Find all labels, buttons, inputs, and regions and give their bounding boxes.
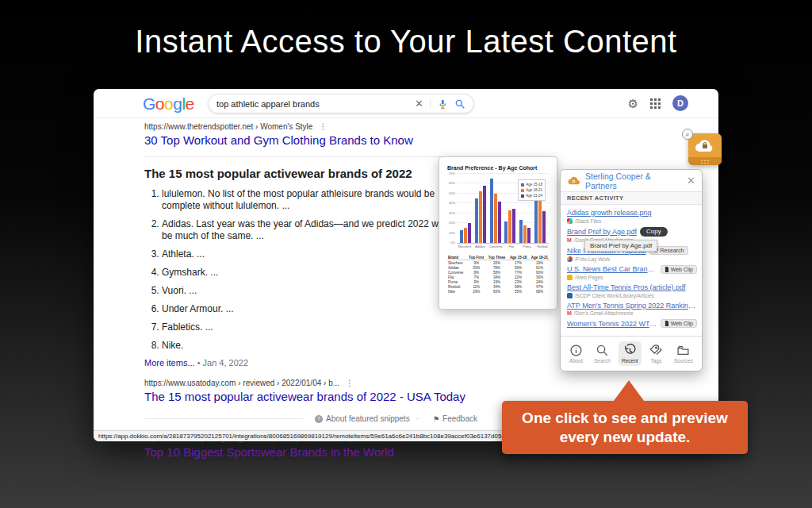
workspace-title: Sterling Cooper & Partners [585,171,683,190]
file-link[interactable]: Adidas growth release.png [567,209,652,217]
mini-chart-xlabels: SkechersAdidasConverseFilaPumaReebok [457,244,550,248]
feedback-link[interactable]: Feedback [442,414,477,423]
bar-group [490,174,501,243]
search-results: https://www.thetrendspotter.net › Women'… [144,122,485,459]
dokkio-cloud-icon [567,175,581,186]
x-tick-label: Adidas [473,244,487,248]
search-divider [430,98,431,110]
result-title-link[interactable]: Top 10 Biggest Sportswear Brands in the … [144,445,485,459]
result-menu-icon[interactable]: ⋮ [346,379,354,387]
y-tick-label: 0% [447,241,455,244]
recent-activity-list: Adidas growth release.png /Slack Files B… [561,205,702,328]
mini-table: BrandTop FirstTop ThreeAge 15-18Age 18-2… [447,255,550,294]
legend-item: Age 21-24 [521,193,542,198]
result-url: https://www.thetrendspotter.net › Women'… [144,122,485,131]
search-icon[interactable] [454,98,465,110]
bar [498,202,501,243]
list-item: Adidas. Last year was the year of Adidas… [162,218,447,242]
preview-zoom-icon[interactable]: ⌕ [682,129,693,140]
search-input[interactable]: top athletic apparel brands [216,99,408,109]
voice-search-icon[interactable] [437,98,448,110]
page-title: Instant Access to Your Latest Content [0,24,812,60]
account-avatar[interactable]: D [672,95,688,111]
bar [468,223,471,243]
search-result: https://www.thetrendspotter.net › Women'… [144,122,485,147]
result-title-link[interactable]: 30 Top Workout and Gym Clothing Brands t… [144,133,485,147]
google-header: Google top athletic apparel brands ✕ ⚙ D [94,89,718,117]
web-clip-badge[interactable]: Web Clip [661,265,697,274]
y-tick-label: 10% [447,231,455,235]
y-tick-label: 20% [447,221,455,225]
bar [483,186,486,243]
x-tick-label: Fila [504,244,519,248]
list-item: Best All-Time Tennis Pros (article).pdf … [567,283,697,298]
y-tick-label: 50% [447,191,455,195]
list-item: Fabletics. ... [162,321,447,333]
list-item: Athleta. ... [162,248,447,260]
bar [542,211,546,243]
bar [479,191,482,243]
legend-item: Age 18-21 [521,187,542,193]
bar [508,210,511,243]
filename-tooltip: Brand Pref by Age.pdf [584,240,657,252]
list-item: Gymshark. ... [162,267,447,279]
logo-letter: o [164,94,173,113]
list-item: Vuori. ... [162,285,447,297]
dokkio-popup: Sterling Cooper & Partners ✕ RECENT ACTI… [560,169,703,371]
file-link[interactable]: Best All-Time Tennis Pros (article).pdf [567,283,686,291]
x-tick-label: Puma [519,244,534,248]
bar [494,194,497,243]
history-clock-icon [623,344,637,357]
x-tick-label: Skechers [458,244,472,248]
file-link[interactable]: Women's Tennis 2022 WTA Ra... [567,320,657,328]
google-apps-icon[interactable] [650,98,661,109]
bar [490,179,493,243]
bar-group [475,174,486,243]
bar-group [504,174,515,243]
tab-tags[interactable]: Tags [646,341,666,366]
help-circle-icon[interactable]: ? [315,415,323,423]
workspace-icon [567,256,573,262]
copy-button[interactable]: Copy [640,227,668,237]
extension-drag-handle[interactable] [688,157,722,165]
feedback-flag-icon[interactable]: ⚑ [433,415,439,423]
cloud-icon [694,137,716,155]
web-clip-badge[interactable]: Web Clip [661,319,697,328]
page-icon [665,267,669,272]
about-featured-snippets-link[interactable]: About featured snippets [326,414,410,423]
search-bar[interactable]: top athletic apparel brands ✕ [208,94,474,114]
logo-letter: e [186,94,194,113]
file-link[interactable]: Brand Pref by Age.pdf [567,228,637,236]
clear-search-icon[interactable]: ✕ [415,98,423,109]
google-logo[interactable]: Google [143,94,194,114]
result-title-link[interactable]: The 15 most popular activewear brands of… [144,390,485,403]
list-item: ATP Men's Tennis Spring 2022 Rankings.xl… [567,302,697,317]
file-preview-card: Brand Preference - By Age Cohort 0%10%20… [439,156,557,310]
list-item: Under Armour. ... [162,303,447,315]
list-item: Women's Tennis 2022 WTA Ra... Web Clip [567,319,697,328]
file-link[interactable]: U.S. News Best Car Brands for ... [567,265,657,273]
result-menu-icon[interactable]: ⋮ [319,122,327,131]
result-url: https://www.usatoday.com › reviewed › 20… [144,379,485,387]
chart-title: Brand Preference - By Age Cohort [447,165,550,171]
tab-sources[interactable]: Sources [671,341,696,366]
tab-about[interactable]: About [566,341,586,366]
logo-letter: o [155,94,164,113]
gmail-icon: M [567,310,572,316]
webpage-icon [567,275,573,280]
dokkio-extension-tab[interactable]: ⌕ [688,133,722,165]
file-link[interactable]: ATP Men's Tennis Spring 2022 Rankings.xl… [567,302,697,310]
tab-recent[interactable]: Recent [619,341,642,366]
settings-gear-icon[interactable]: ⚙ [628,98,638,110]
bar [527,228,530,243]
y-tick-label: 30% [447,211,455,215]
callout-text: One click to see and preview [522,409,728,428]
more-items-link[interactable]: More items... [144,358,195,368]
legend-swatch [521,183,524,187]
y-tick-label: 60% [447,181,455,185]
close-icon[interactable]: ✕ [687,175,695,187]
recent-activity-header: RECENT ACTIVITY [561,191,702,205]
bar [523,225,527,243]
bar [512,209,515,244]
tab-search[interactable]: Search [591,341,614,366]
